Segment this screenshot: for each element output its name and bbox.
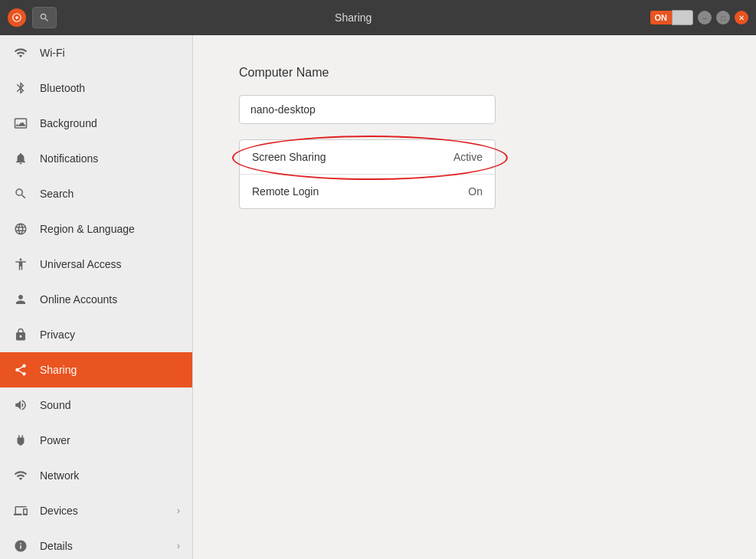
sidebar-item-region[interactable]: Region & Language (0, 211, 192, 247)
sidebar-label-universal-access: Universal Access (40, 258, 180, 270)
sidebar-label-notifications: Notifications (40, 152, 180, 165)
sidebar-item-background[interactable]: Background (0, 106, 192, 141)
sidebar-label-power: Power (40, 434, 180, 446)
devices-icon (12, 502, 29, 519)
sidebar-item-network[interactable]: Network (0, 458, 192, 493)
close-button[interactable]: ✕ (735, 11, 748, 25)
remote-login-row[interactable]: Remote Login On (240, 175, 495, 208)
window-title: Sharing (63, 11, 644, 24)
universal-access-icon (12, 256, 29, 273)
toggle-on-label: ON (650, 11, 673, 25)
sidebar-label-search: Search (40, 188, 180, 200)
sidebar-item-details[interactable]: Details › (0, 528, 192, 559)
remote-login-label: Remote Login (252, 185, 319, 198)
bluetooth-icon (12, 80, 29, 96)
sidebar-item-sharing[interactable]: Sharing (0, 352, 192, 387)
sidebar-label-bluetooth: Bluetooth (40, 82, 180, 94)
privacy-icon (12, 326, 29, 343)
sidebar-label-devices: Devices (40, 505, 166, 517)
power-icon (12, 432, 29, 449)
sidebar-item-search[interactable]: Search (0, 176, 192, 211)
sidebar-label-wifi: Wi-Fi (40, 47, 180, 59)
sidebar-item-bluetooth[interactable]: Bluetooth (0, 70, 192, 106)
sharing-icon (12, 361, 29, 378)
screen-sharing-label: Screen Sharing (252, 151, 326, 163)
sidebar-label-region: Region & Language (40, 223, 180, 235)
content-area: Computer Name Screen Sharing Active Remo… (193, 35, 756, 559)
region-icon (12, 221, 29, 237)
sidebar-label-online-accounts: Online Accounts (40, 293, 180, 306)
sidebar-label-sharing: Sharing (40, 364, 180, 376)
app-logo-icon[interactable] (8, 8, 26, 27)
sidebar-label-network: Network (40, 469, 180, 482)
sidebar-item-power[interactable]: Power (0, 423, 192, 458)
sidebar-label-details: Details (40, 540, 166, 552)
details-icon (12, 538, 29, 554)
online-accounts-icon (12, 291, 29, 308)
remote-login-status: On (468, 185, 483, 198)
sidebar-item-devices[interactable]: Devices › (0, 493, 192, 528)
sharing-toggle[interactable]: ON (650, 10, 694, 25)
search-icon (12, 185, 29, 202)
sidebar-item-sound[interactable]: Sound (0, 387, 192, 423)
notifications-icon (12, 150, 29, 167)
background-icon (12, 115, 29, 132)
service-list: Screen Sharing Active Remote Login On (239, 139, 496, 209)
titlebar: Sharing ON – □ ✕ (0, 0, 756, 35)
details-arrow-icon: › (177, 541, 180, 551)
minimize-button[interactable]: – (698, 11, 712, 25)
maximize-button[interactable]: □ (716, 11, 730, 25)
network-icon (12, 467, 29, 484)
sidebar: Wi-Fi Bluetooth Background Notifications (0, 35, 193, 559)
wifi-icon (12, 44, 29, 61)
window-controls: ON – □ ✕ (650, 10, 749, 25)
sidebar-item-wifi[interactable]: Wi-Fi (0, 35, 192, 70)
toggle-knob[interactable] (672, 10, 693, 25)
screen-sharing-row[interactable]: Screen Sharing Active (240, 140, 495, 175)
main-layout: Wi-Fi Bluetooth Background Notifications (0, 35, 756, 559)
sidebar-item-online-accounts[interactable]: Online Accounts (0, 282, 192, 317)
search-button[interactable] (32, 7, 57, 28)
screen-sharing-status: Active (453, 151, 483, 163)
computer-name-input[interactable] (239, 95, 496, 124)
computer-name-label: Computer Name (239, 66, 710, 80)
sidebar-item-notifications[interactable]: Notifications (0, 141, 192, 176)
sidebar-label-sound: Sound (40, 399, 180, 411)
sidebar-item-universal-access[interactable]: Universal Access (0, 247, 192, 282)
sound-icon (12, 397, 29, 414)
devices-arrow-icon: › (177, 505, 180, 516)
svg-point-0 (15, 16, 18, 19)
sidebar-item-privacy[interactable]: Privacy (0, 317, 192, 352)
sidebar-label-privacy: Privacy (40, 329, 180, 341)
sidebar-label-background: Background (40, 117, 180, 129)
